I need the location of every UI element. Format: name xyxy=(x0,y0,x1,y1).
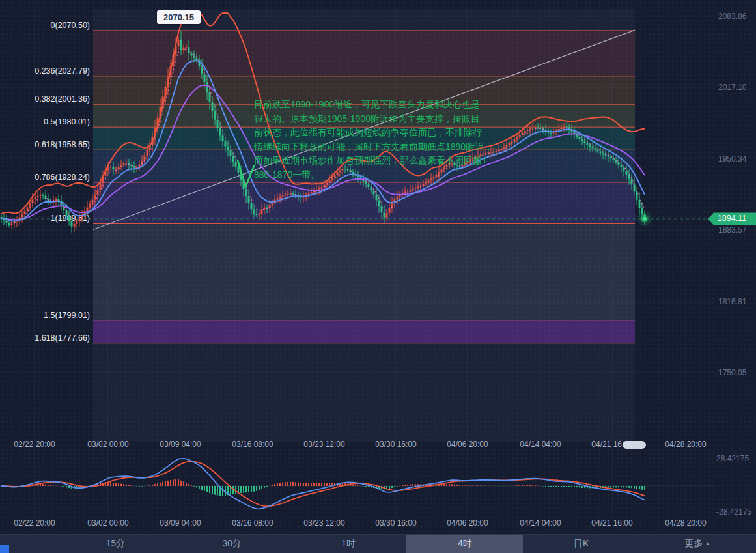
candle-body xyxy=(532,128,534,129)
macd-histogram-bar xyxy=(50,485,51,486)
macd-histogram-bar xyxy=(48,485,49,486)
fib-label: 1.5(1799.01) xyxy=(44,311,90,320)
macd-histogram-bar xyxy=(316,483,317,486)
candle-body xyxy=(259,214,260,215)
tab-daily[interactable]: 日K xyxy=(523,535,639,553)
tab-more[interactable]: 更多 ▲ xyxy=(639,535,756,553)
candle-body xyxy=(235,162,237,167)
candle-body xyxy=(368,184,370,187)
tab-1hour[interactable]: 1时 xyxy=(290,535,407,553)
candle-body xyxy=(222,135,224,141)
x-axis-label: 02/22 20:00 xyxy=(14,440,55,449)
y-axis-tick: 2083.86 xyxy=(718,12,747,21)
macd-histogram-bar xyxy=(404,485,406,486)
x-axis-label: 04/28 20:00 xyxy=(665,518,707,528)
candle-body xyxy=(279,197,281,198)
candle-body xyxy=(245,189,247,196)
y-axis-tick: 2017.10 xyxy=(718,83,747,92)
candle-body xyxy=(227,147,229,151)
macd-histogram-bar xyxy=(641,486,643,490)
candle-body xyxy=(89,203,91,207)
macd-histogram-bar xyxy=(261,486,262,489)
macd-histogram-bar xyxy=(469,485,471,486)
macd-histogram-bar xyxy=(303,483,304,486)
candle-body xyxy=(290,193,292,194)
candle-body xyxy=(214,111,216,120)
macd-histogram-bar xyxy=(561,486,562,487)
macd-histogram-bar xyxy=(232,486,234,494)
macd-histogram-bar xyxy=(154,484,156,486)
tab-4hour[interactable]: 4时 xyxy=(406,535,523,553)
candle-body xyxy=(186,47,188,48)
macd-histogram-bar xyxy=(175,479,176,486)
y-axis-tick: 1950.34 xyxy=(718,154,747,163)
candle-body xyxy=(381,206,383,212)
candle-body xyxy=(110,167,112,167)
candle-body xyxy=(537,128,539,128)
macd-histogram-bar xyxy=(53,485,54,486)
candle-body xyxy=(248,196,250,203)
x-axis-label: 03/30 16:00 xyxy=(375,440,417,449)
macd-histogram-bar xyxy=(243,486,244,493)
candle-body xyxy=(144,156,146,161)
macd-histogram-bar xyxy=(256,486,257,491)
candle-body xyxy=(11,223,13,225)
macd-histogram-bar xyxy=(553,486,554,487)
candle-body xyxy=(8,223,10,225)
macd-histogram-bar xyxy=(287,482,288,486)
candle-body xyxy=(76,221,78,224)
candle-body xyxy=(623,167,625,171)
candle-body xyxy=(365,182,367,184)
macd-histogram-bar xyxy=(459,485,460,486)
macd-histogram-bar xyxy=(456,485,458,486)
candlestick-chart[interactable]: 0(2070.50)0.236(2027.79)0.382(2001.36)0.… xyxy=(0,0,756,533)
tab-label: 15分 xyxy=(106,538,126,550)
candle-body xyxy=(636,191,638,199)
tab-30min[interactable]: 30分 xyxy=(174,535,290,553)
candle-body xyxy=(415,188,417,189)
macd-histogram-bar xyxy=(308,483,309,486)
tab-15min[interactable]: 15分 xyxy=(57,535,174,553)
candle-body xyxy=(209,92,211,102)
macd-histogram-bar xyxy=(462,485,463,486)
candle-body xyxy=(529,129,531,130)
candle-body xyxy=(94,195,96,199)
macd-histogram-bar xyxy=(634,486,635,489)
macd-histogram-bar xyxy=(480,485,481,486)
x-axis-label: 03/23 12:00 xyxy=(303,440,345,449)
candle-body xyxy=(634,184,636,191)
macd-histogram-bar xyxy=(475,485,476,486)
x-axis-label: 03/23 12:00 xyxy=(303,518,345,528)
macd-histogram-bar xyxy=(131,485,132,486)
macd-histogram-bar xyxy=(574,486,575,487)
macd-histogram-bar xyxy=(576,486,578,487)
candle-body xyxy=(183,48,185,50)
candle-body xyxy=(621,165,623,167)
candle-body xyxy=(71,221,73,227)
candle-body xyxy=(592,147,594,148)
macd-histogram-bar xyxy=(298,483,299,486)
scrollbar-thumb[interactable] xyxy=(623,441,646,449)
y-axis-tick: 1883.57 xyxy=(718,225,747,234)
macd-histogram-bar xyxy=(248,486,249,492)
candle-body xyxy=(618,162,620,165)
macd-histogram-bar xyxy=(451,484,453,486)
macd-histogram-bar xyxy=(545,486,546,487)
analysis-annotation: 目前跌至1890-1900附近，可见下跌空头力度和决心也是 很大的。原本预期19… xyxy=(254,98,514,182)
macd-histogram-bar xyxy=(186,483,187,486)
macd-histogram-bar xyxy=(368,486,369,487)
macd-histogram-bar xyxy=(628,486,630,488)
candle-body xyxy=(378,200,380,206)
y-axis-tick: 1816.81 xyxy=(718,297,747,306)
x-axis-label: 03/09 04:00 xyxy=(160,518,201,528)
macd-histogram-bar xyxy=(363,486,364,487)
macd-histogram-bar xyxy=(529,485,531,486)
macd-histogram-bar xyxy=(636,486,637,489)
macd-histogram-bar xyxy=(193,486,195,487)
macd-histogram-bar xyxy=(209,486,210,493)
candle-body xyxy=(32,199,34,203)
candle-body xyxy=(313,191,315,193)
macd-histogram-bar xyxy=(149,485,150,486)
macd-histogram-bar xyxy=(240,486,242,493)
fib-label: 0.618(1958.65) xyxy=(35,140,90,149)
